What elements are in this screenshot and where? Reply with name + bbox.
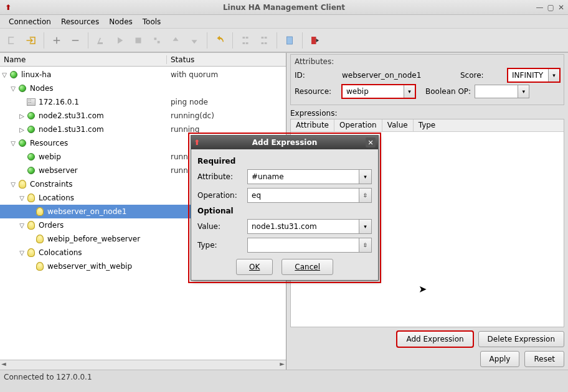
horizontal-scrollbar[interactable] bbox=[0, 360, 286, 370]
resource-icon bbox=[27, 153, 35, 161]
logout-icon[interactable] bbox=[4, 32, 21, 49]
boolop-combo[interactable]: ▾ bbox=[475, 85, 529, 98]
node-status-icon bbox=[19, 85, 26, 92]
id-label: ID: bbox=[295, 71, 338, 80]
bulb-icon bbox=[36, 235, 44, 243]
bulb-icon bbox=[36, 207, 44, 216]
chevron-updown-icon[interactable]: ⇳ bbox=[359, 238, 372, 253]
dialog-titlebar[interactable]: ⬆ Add Expression ✕ bbox=[191, 136, 378, 149]
svg-rect-2 bbox=[311, 37, 316, 44]
apply-button[interactable]: Apply bbox=[480, 351, 520, 367]
dlg-attribute-label: Attribute: bbox=[197, 172, 247, 181]
delete-expression-button[interactable]: Delete Expression bbox=[478, 331, 564, 347]
menu-nodes[interactable]: Nodes bbox=[105, 16, 136, 27]
dialog-app-icon: ⬆ bbox=[194, 138, 200, 147]
start-icon[interactable] bbox=[111, 32, 128, 49]
dialog-cancel-button[interactable]: Cancel bbox=[282, 259, 333, 275]
resource-label: Resource: bbox=[295, 87, 338, 96]
score-label: Score: bbox=[460, 71, 504, 80]
dlg-operation-label: Operation: bbox=[197, 191, 247, 200]
status-text: Connected to 127.0.0.1 bbox=[4, 373, 92, 381]
tree-row[interactable]: ▷node1.stu31.com running bbox=[0, 123, 286, 136]
col-attribute[interactable]: Attribute bbox=[291, 119, 334, 131]
menu-tools[interactable]: Tools bbox=[139, 16, 165, 27]
dialog-title: Add Expression bbox=[252, 138, 317, 147]
cleanup-icon[interactable] bbox=[92, 32, 110, 49]
up-icon[interactable] bbox=[167, 32, 184, 49]
bulb-icon bbox=[27, 221, 35, 230]
login-icon[interactable] bbox=[22, 32, 40, 49]
reset-button[interactable]: Reset bbox=[524, 351, 564, 367]
col-status[interactable]: Status bbox=[167, 55, 286, 64]
chevron-down-icon[interactable]: ▾ bbox=[404, 85, 415, 98]
app-icon: ⬆ bbox=[5, 3, 11, 12]
exit-icon[interactable] bbox=[306, 32, 324, 49]
dlg-operation-combo[interactable]: eq⇳ bbox=[247, 188, 372, 203]
chevron-down-icon[interactable]: ▾ bbox=[549, 68, 560, 82]
col-operation[interactable]: Operation bbox=[334, 119, 382, 131]
maximize-button[interactable]: ▢ bbox=[547, 3, 554, 12]
tree-row[interactable]: ▷node2.stu31.com running(dc) bbox=[0, 109, 286, 123]
dlg-value-label: Value: bbox=[197, 222, 247, 231]
resource-icon bbox=[27, 167, 35, 174]
add-icon[interactable] bbox=[48, 32, 65, 49]
bulb-icon bbox=[19, 180, 26, 189]
dialog-ok-button[interactable]: OK bbox=[236, 259, 273, 275]
remove-icon[interactable] bbox=[67, 32, 84, 49]
tree-row-root[interactable]: ▽linux-ha with quorum bbox=[0, 68, 286, 82]
bulb-icon bbox=[27, 248, 35, 257]
col-type[interactable]: Type bbox=[414, 119, 441, 131]
refresh-icon[interactable] bbox=[148, 32, 166, 49]
dlg-type-label: Type: bbox=[197, 241, 247, 250]
chevron-down-icon[interactable]: ▾ bbox=[518, 85, 529, 98]
dlg-type-combo[interactable]: ⇳ bbox=[247, 238, 372, 253]
expressions-header: Expressions: bbox=[290, 109, 564, 118]
node-status-icon bbox=[27, 112, 35, 119]
dlg-value-combo[interactable]: node1.stu31.com▾ bbox=[247, 219, 372, 234]
boolop-label: Boolean OP: bbox=[425, 87, 471, 96]
status-bar: Connected to 127.0.0.1 bbox=[0, 370, 568, 383]
stop-icon[interactable] bbox=[130, 32, 147, 49]
attributes-header: Attributes: bbox=[295, 57, 560, 66]
close-button[interactable]: ✕ bbox=[558, 3, 564, 12]
score-combo[interactable]: INFINITY▾ bbox=[508, 68, 560, 82]
optional-section: Optional bbox=[197, 207, 372, 215]
chevron-down-icon[interactable]: ▾ bbox=[359, 219, 372, 234]
document-icon[interactable] bbox=[281, 32, 298, 49]
chevron-down-icon[interactable]: ▾ bbox=[359, 169, 372, 184]
tree-header: Name Status bbox=[0, 53, 286, 67]
node-status-icon bbox=[10, 71, 17, 78]
menu-connection[interactable]: Connection bbox=[5, 16, 55, 27]
standby-icon[interactable] bbox=[237, 32, 254, 49]
id-value: webserver_on_node1 bbox=[342, 71, 457, 80]
tree-row[interactable]: 172.16.0.1 ping node bbox=[0, 95, 286, 109]
dlg-attribute-combo[interactable]: #uname▾ bbox=[247, 169, 372, 184]
menu-resources[interactable]: Resources bbox=[57, 16, 103, 27]
dialog-close-button[interactable]: ✕ bbox=[366, 138, 376, 147]
minimize-button[interactable]: — bbox=[536, 3, 544, 12]
down-icon[interactable] bbox=[186, 32, 203, 49]
undo-icon[interactable] bbox=[211, 32, 229, 49]
svg-rect-0 bbox=[136, 37, 141, 43]
required-section: Required bbox=[197, 157, 372, 166]
attributes-box: Attributes: ID: webserver_on_node1 Score… bbox=[290, 54, 564, 105]
resources-icon bbox=[19, 139, 26, 147]
online-icon[interactable] bbox=[255, 32, 273, 49]
node-status-icon bbox=[27, 126, 35, 133]
col-name[interactable]: Name bbox=[0, 55, 167, 64]
toolbar bbox=[0, 29, 568, 52]
tree-row-nodes[interactable]: ▽Nodes bbox=[0, 82, 286, 95]
resource-combo[interactable]: webip▾ bbox=[342, 85, 415, 98]
add-expression-dialog: ⬆ Add Expression ✕ Required Attribute: #… bbox=[191, 135, 379, 281]
col-value[interactable]: Value bbox=[382, 119, 414, 131]
bulb-icon bbox=[27, 194, 35, 202]
add-expression-button[interactable]: Add Expression bbox=[397, 331, 473, 347]
menubar: Connection Resources Nodes Tools bbox=[0, 15, 568, 29]
window-title: Linux HA Management Client bbox=[223, 3, 345, 12]
window-titlebar: ⬆ Linux HA Management Client — ▢ ✕ bbox=[0, 0, 568, 15]
svg-rect-1 bbox=[287, 37, 293, 44]
ping-node-icon bbox=[27, 98, 36, 106]
chevron-updown-icon[interactable]: ⇳ bbox=[359, 188, 372, 203]
bulb-icon bbox=[36, 262, 44, 271]
